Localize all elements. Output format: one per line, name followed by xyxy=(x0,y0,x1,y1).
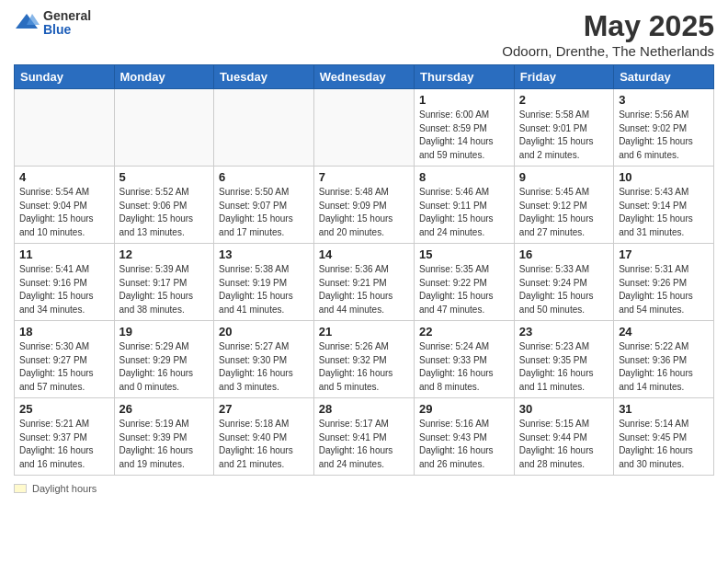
day-info: Sunrise: 5:19 AM Sunset: 9:39 PM Dayligh… xyxy=(119,418,210,471)
day-info: Sunrise: 5:43 AM Sunset: 9:14 PM Dayligh… xyxy=(619,186,709,239)
day-info: Sunrise: 5:17 AM Sunset: 9:41 PM Dayligh… xyxy=(319,418,409,471)
day-info: Sunrise: 5:31 AM Sunset: 9:26 PM Dayligh… xyxy=(619,263,709,316)
day-number: 8 xyxy=(419,170,509,184)
page-header: General Blue May 2025 Odoorn, Drenthe, T… xyxy=(14,9,714,59)
day-number: 25 xyxy=(19,402,109,416)
day-number: 19 xyxy=(119,325,210,339)
calendar-footer: Daylight hours xyxy=(14,483,714,494)
calendar-cell: 20Sunrise: 5:27 AM Sunset: 9:30 PM Dayli… xyxy=(214,321,314,398)
calendar-cell: 23Sunrise: 5:23 AM Sunset: 9:35 PM Dayli… xyxy=(514,321,613,398)
day-info: Sunrise: 5:46 AM Sunset: 9:11 PM Dayligh… xyxy=(419,186,509,239)
calendar-cell: 4Sunrise: 5:54 AM Sunset: 9:04 PM Daylig… xyxy=(15,167,115,244)
day-number: 11 xyxy=(19,247,109,261)
day-info: Sunrise: 5:54 AM Sunset: 9:04 PM Dayligh… xyxy=(19,186,109,239)
day-info: Sunrise: 6:00 AM Sunset: 8:59 PM Dayligh… xyxy=(419,109,509,162)
day-number: 14 xyxy=(319,247,409,261)
day-info: Sunrise: 5:52 AM Sunset: 9:06 PM Dayligh… xyxy=(119,186,210,239)
calendar-header-friday: Friday xyxy=(514,65,613,89)
logo-general: General xyxy=(43,9,91,23)
calendar-cell: 17Sunrise: 5:31 AM Sunset: 9:26 PM Dayli… xyxy=(614,244,714,321)
calendar-cell: 25Sunrise: 5:21 AM Sunset: 9:37 PM Dayli… xyxy=(15,398,115,476)
daylight-box-icon xyxy=(14,484,27,493)
calendar-cell: 15Sunrise: 5:35 AM Sunset: 9:22 PM Dayli… xyxy=(415,244,515,321)
day-info: Sunrise: 5:22 AM Sunset: 9:36 PM Dayligh… xyxy=(619,340,709,394)
logo-icon xyxy=(14,10,40,36)
calendar-header-row: SundayMondayTuesdayWednesdayThursdayFrid… xyxy=(15,65,714,89)
day-info: Sunrise: 5:35 AM Sunset: 9:22 PM Dayligh… xyxy=(419,263,509,316)
calendar-cell: 26Sunrise: 5:19 AM Sunset: 9:39 PM Dayli… xyxy=(114,398,214,476)
day-number: 5 xyxy=(119,170,210,184)
calendar-table: SundayMondayTuesdayWednesdayThursdayFrid… xyxy=(14,64,714,476)
day-number: 17 xyxy=(619,247,709,261)
calendar-cell: 2Sunrise: 5:58 AM Sunset: 9:01 PM Daylig… xyxy=(514,89,613,167)
day-number: 2 xyxy=(519,93,609,107)
calendar-cell: 6Sunrise: 5:50 AM Sunset: 9:07 PM Daylig… xyxy=(214,167,314,244)
day-number: 28 xyxy=(319,402,409,416)
logo: General Blue xyxy=(14,9,91,38)
day-number: 23 xyxy=(519,325,609,339)
day-info: Sunrise: 5:29 AM Sunset: 9:29 PM Dayligh… xyxy=(119,340,210,394)
main-title: May 2025 xyxy=(502,9,714,43)
day-number: 21 xyxy=(319,325,409,339)
day-number: 18 xyxy=(19,325,109,339)
day-info: Sunrise: 5:30 AM Sunset: 9:27 PM Dayligh… xyxy=(19,340,109,394)
day-info: Sunrise: 5:58 AM Sunset: 9:01 PM Dayligh… xyxy=(519,109,609,162)
calendar-cell: 8Sunrise: 5:46 AM Sunset: 9:11 PM Daylig… xyxy=(415,167,515,244)
calendar-cell: 14Sunrise: 5:36 AM Sunset: 9:21 PM Dayli… xyxy=(313,244,414,321)
day-info: Sunrise: 5:33 AM Sunset: 9:24 PM Dayligh… xyxy=(519,263,609,316)
day-info: Sunrise: 5:16 AM Sunset: 9:43 PM Dayligh… xyxy=(419,418,509,471)
day-number: 15 xyxy=(419,247,509,261)
day-number: 6 xyxy=(219,170,309,184)
logo-blue: Blue xyxy=(43,23,91,37)
calendar-header-thursday: Thursday xyxy=(415,65,515,89)
calendar-cell: 24Sunrise: 5:22 AM Sunset: 9:36 PM Dayli… xyxy=(614,321,714,398)
day-number: 10 xyxy=(619,170,709,184)
calendar-cell: 12Sunrise: 5:39 AM Sunset: 9:17 PM Dayli… xyxy=(114,244,214,321)
day-number: 12 xyxy=(119,247,210,261)
subtitle: Odoorn, Drenthe, The Netherlands xyxy=(502,43,714,59)
calendar-week-2: 4Sunrise: 5:54 AM Sunset: 9:04 PM Daylig… xyxy=(15,167,714,244)
day-number: 16 xyxy=(519,247,609,261)
calendar-cell: 31Sunrise: 5:14 AM Sunset: 9:45 PM Dayli… xyxy=(614,398,714,476)
calendar-cell: 1Sunrise: 6:00 AM Sunset: 8:59 PM Daylig… xyxy=(415,89,515,167)
day-info: Sunrise: 5:39 AM Sunset: 9:17 PM Dayligh… xyxy=(119,263,210,316)
calendar-cell: 27Sunrise: 5:18 AM Sunset: 9:40 PM Dayli… xyxy=(214,398,314,476)
calendar-week-1: 1Sunrise: 6:00 AM Sunset: 8:59 PM Daylig… xyxy=(15,89,714,167)
logo-text: General Blue xyxy=(43,9,91,38)
calendar-cell: 18Sunrise: 5:30 AM Sunset: 9:27 PM Dayli… xyxy=(15,321,115,398)
calendar-cell xyxy=(313,89,414,167)
calendar-cell: 21Sunrise: 5:26 AM Sunset: 9:32 PM Dayli… xyxy=(313,321,414,398)
calendar-header-tuesday: Tuesday xyxy=(214,65,314,89)
day-info: Sunrise: 5:38 AM Sunset: 9:19 PM Dayligh… xyxy=(219,263,309,316)
calendar-cell: 29Sunrise: 5:16 AM Sunset: 9:43 PM Dayli… xyxy=(415,398,515,476)
day-info: Sunrise: 5:21 AM Sunset: 9:37 PM Dayligh… xyxy=(19,418,109,471)
day-info: Sunrise: 5:50 AM Sunset: 9:07 PM Dayligh… xyxy=(219,186,309,239)
day-info: Sunrise: 5:26 AM Sunset: 9:32 PM Dayligh… xyxy=(319,340,409,394)
calendar-cell: 9Sunrise: 5:45 AM Sunset: 9:12 PM Daylig… xyxy=(514,167,613,244)
calendar-cell: 28Sunrise: 5:17 AM Sunset: 9:41 PM Dayli… xyxy=(313,398,414,476)
day-number: 27 xyxy=(219,402,309,416)
day-info: Sunrise: 5:56 AM Sunset: 9:02 PM Dayligh… xyxy=(619,109,709,162)
day-info: Sunrise: 5:27 AM Sunset: 9:30 PM Dayligh… xyxy=(219,340,309,394)
calendar-cell: 5Sunrise: 5:52 AM Sunset: 9:06 PM Daylig… xyxy=(114,167,214,244)
day-number: 9 xyxy=(519,170,609,184)
title-block: May 2025 Odoorn, Drenthe, The Netherland… xyxy=(502,9,714,59)
calendar-cell: 3Sunrise: 5:56 AM Sunset: 9:02 PM Daylig… xyxy=(614,89,714,167)
calendar-cell: 11Sunrise: 5:41 AM Sunset: 9:16 PM Dayli… xyxy=(15,244,115,321)
day-number: 20 xyxy=(219,325,309,339)
day-number: 26 xyxy=(119,402,210,416)
calendar-cell: 10Sunrise: 5:43 AM Sunset: 9:14 PM Dayli… xyxy=(614,167,714,244)
day-info: Sunrise: 5:23 AM Sunset: 9:35 PM Dayligh… xyxy=(519,340,609,394)
calendar-cell xyxy=(15,89,115,167)
day-number: 3 xyxy=(619,93,709,107)
calendar-cell: 16Sunrise: 5:33 AM Sunset: 9:24 PM Dayli… xyxy=(514,244,613,321)
day-number: 1 xyxy=(419,93,509,107)
calendar-cell: 7Sunrise: 5:48 AM Sunset: 9:09 PM Daylig… xyxy=(313,167,414,244)
calendar-week-4: 18Sunrise: 5:30 AM Sunset: 9:27 PM Dayli… xyxy=(15,321,714,398)
calendar-week-3: 11Sunrise: 5:41 AM Sunset: 9:16 PM Dayli… xyxy=(15,244,714,321)
day-number: 4 xyxy=(19,170,109,184)
calendar-cell: 19Sunrise: 5:29 AM Sunset: 9:29 PM Dayli… xyxy=(114,321,214,398)
day-info: Sunrise: 5:24 AM Sunset: 9:33 PM Dayligh… xyxy=(419,340,509,394)
day-info: Sunrise: 5:15 AM Sunset: 9:44 PM Dayligh… xyxy=(519,418,609,471)
calendar-cell: 22Sunrise: 5:24 AM Sunset: 9:33 PM Dayli… xyxy=(415,321,515,398)
